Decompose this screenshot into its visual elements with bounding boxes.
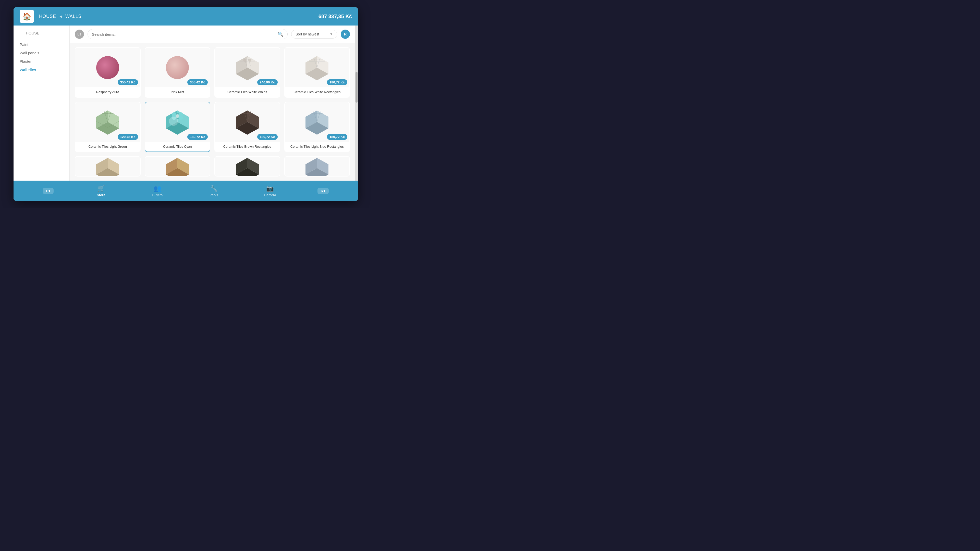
home-button[interactable]: 🏠 bbox=[20, 10, 34, 23]
paint-can-pink bbox=[166, 56, 189, 79]
sidebar-item-paint[interactable]: Paint bbox=[20, 40, 63, 49]
back-button[interactable]: ← HOUSE bbox=[20, 30, 63, 35]
nav-btn-camera[interactable]: 📷 Camera bbox=[261, 185, 279, 197]
chevron-down-icon: ▼ bbox=[330, 32, 333, 36]
product-title: Ceramic Tiles Brown Rectangles bbox=[215, 142, 280, 151]
tile-cube-brown bbox=[233, 108, 261, 136]
product-card-greyblue[interactable] bbox=[284, 156, 350, 176]
product-card-light-green[interactable]: 120,48 Kč Ceramic Tiles Light Green bbox=[75, 102, 141, 152]
price-badge: 180,72 Kč bbox=[327, 134, 347, 140]
camera-icon: 📷 bbox=[266, 185, 274, 192]
tile-cube-white-rect bbox=[303, 54, 331, 82]
product-image: 120,48 Kč bbox=[75, 102, 140, 142]
product-card-brownlight[interactable] bbox=[145, 156, 210, 176]
product-image: 355,42 Kč bbox=[145, 48, 210, 87]
product-image: 180,72 Kč bbox=[145, 102, 210, 142]
user-avatar[interactable]: R bbox=[341, 30, 350, 39]
price-badge: 180,72 Kč bbox=[187, 134, 208, 140]
nav-label-buyers: Buyers bbox=[152, 193, 162, 197]
scroll-indicator bbox=[355, 25, 358, 181]
tile-cube-greyblue bbox=[303, 157, 331, 176]
paint-can-raspberry bbox=[96, 56, 119, 79]
nav-label-camera: Camera bbox=[264, 193, 276, 197]
breadcrumb-house: HOUSE bbox=[39, 14, 56, 19]
product-image: 180,72 Kč bbox=[285, 48, 350, 87]
sidebar: ← HOUSE Paint Wall panels Plaster Wall t… bbox=[14, 25, 70, 181]
svg-point-32 bbox=[176, 114, 179, 118]
price-badge: 180,72 Kč bbox=[327, 79, 347, 85]
perks-icon: 🔧 bbox=[210, 185, 218, 192]
sort-dropdown[interactable]: Sort by newest ▼ bbox=[291, 30, 337, 38]
price-badge: 180,72 Kč bbox=[257, 134, 278, 140]
product-card-beige[interactable] bbox=[75, 156, 141, 176]
sidebar-item-wall-tiles[interactable]: Wall tiles bbox=[20, 65, 63, 74]
scroll-thumb[interactable] bbox=[355, 72, 358, 103]
search-input[interactable] bbox=[92, 32, 278, 37]
nav-label-store: Store bbox=[97, 193, 105, 197]
breadcrumb-sep: ◂ bbox=[59, 14, 63, 19]
product-image bbox=[285, 157, 350, 176]
tile-cube-lightblue bbox=[303, 108, 331, 136]
product-card-light-blue[interactable]: 180,72 Kč Ceramic Tiles Light Blue Recta… bbox=[284, 102, 350, 152]
content-area: L3 🔍 Sort by newest ▼ R 355,42 Kč bbox=[70, 25, 355, 181]
tile-cube-cyan bbox=[163, 108, 191, 136]
price-badge: 355,42 Kč bbox=[187, 79, 208, 85]
product-card-white-rect[interactable]: 180,72 Kč Ceramic Tiles White Rectangles bbox=[284, 47, 350, 98]
main-area: ← HOUSE Paint Wall panels Plaster Wall t… bbox=[14, 25, 358, 181]
product-title: Ceramic Tiles White Whirls bbox=[215, 87, 280, 97]
nav-btn-store[interactable]: 🛒 Store bbox=[92, 185, 110, 197]
product-card-cyan[interactable]: 180,72 Kč Ceramic Tiles Cyan bbox=[145, 102, 210, 152]
tile-cube-beige bbox=[94, 157, 122, 176]
svg-point-33 bbox=[169, 117, 178, 126]
balance-display: 687 337,35 Kč bbox=[318, 14, 352, 19]
product-card-white-whirls[interactable]: 240,96 Kč Ceramic Tiles White Whirls bbox=[215, 47, 280, 98]
back-label: HOUSE bbox=[26, 31, 39, 35]
top-bar: 🏠 HOUSE ◂ WALLS 687 337,35 Kč bbox=[14, 7, 358, 25]
breadcrumb: HOUSE ◂ WALLS bbox=[39, 14, 318, 19]
home-icon: 🏠 bbox=[22, 12, 32, 21]
product-image: 240,96 Kč bbox=[215, 48, 280, 87]
product-card-pink-mist[interactable]: 355,42 Kč Pink Mist bbox=[145, 47, 210, 98]
sidebar-item-plaster[interactable]: Plaster bbox=[20, 57, 63, 65]
tile-cube-green bbox=[94, 108, 122, 136]
price-badge: 240,96 Kč bbox=[257, 79, 278, 85]
product-title: Ceramic Tiles Light Blue Rectangles bbox=[285, 142, 350, 151]
product-title: Ceramic Tiles Light Green bbox=[75, 142, 140, 151]
price-badge: 120,48 Kč bbox=[118, 134, 138, 140]
search-bar-row: L3 🔍 Sort by newest ▼ R bbox=[70, 25, 355, 43]
nav-btn-perks[interactable]: 🔧 Perks bbox=[205, 185, 223, 197]
breadcrumb-walls: WALLS bbox=[65, 14, 81, 19]
svg-point-8 bbox=[248, 59, 251, 62]
app-window: 🏠 HOUSE ◂ WALLS 687 337,35 Kč ← HOUSE Pa… bbox=[14, 7, 358, 201]
product-card-raspberry-aura[interactable]: 355,42 Kč Raspberry Aura bbox=[75, 47, 141, 98]
product-title: Ceramic Tiles Cyan bbox=[145, 142, 210, 151]
nav-btn-buyers[interactable]: 👥 Buyers bbox=[148, 185, 166, 197]
product-grid: 355,42 Kč Raspberry Aura 355,42 Kč Pink … bbox=[70, 43, 355, 181]
svg-point-7 bbox=[243, 59, 246, 62]
sidebar-item-wall-panels[interactable]: Wall panels bbox=[20, 49, 63, 57]
back-arrow-icon: ← bbox=[20, 30, 24, 35]
sort-label: Sort by newest bbox=[296, 32, 327, 36]
level-badge: L3 bbox=[75, 30, 84, 39]
product-image bbox=[75, 157, 140, 176]
buyers-icon: 👥 bbox=[154, 185, 161, 192]
r1-badge[interactable]: R1 bbox=[318, 188, 328, 194]
product-card-brown-rect[interactable]: 180,72 Kč Ceramic Tiles Brown Rectangles bbox=[215, 102, 280, 152]
product-image: 180,72 Kč bbox=[215, 102, 280, 142]
product-card-dark[interactable] bbox=[215, 156, 280, 176]
search-icon: 🔍 bbox=[278, 32, 283, 37]
tile-cube-white-whirls bbox=[233, 54, 261, 82]
tile-cube-dark bbox=[233, 157, 261, 176]
store-icon: 🛒 bbox=[97, 185, 105, 192]
bottom-nav: L1 🛒 Store 👥 Buyers 🔧 Perks 📷 Camera R1 bbox=[14, 181, 358, 201]
nav-label-perks: Perks bbox=[210, 193, 218, 197]
search-input-wrap: 🔍 bbox=[88, 29, 288, 39]
product-title: Pink Mist bbox=[145, 87, 210, 97]
product-image: 355,42 Kč bbox=[75, 48, 140, 87]
product-image bbox=[215, 157, 280, 176]
product-title: Raspberry Aura bbox=[75, 87, 140, 97]
l1-badge[interactable]: L1 bbox=[43, 188, 54, 194]
product-image bbox=[145, 157, 210, 176]
price-badge: 355,42 Kč bbox=[118, 79, 138, 85]
tile-cube-brownlight bbox=[163, 157, 191, 176]
